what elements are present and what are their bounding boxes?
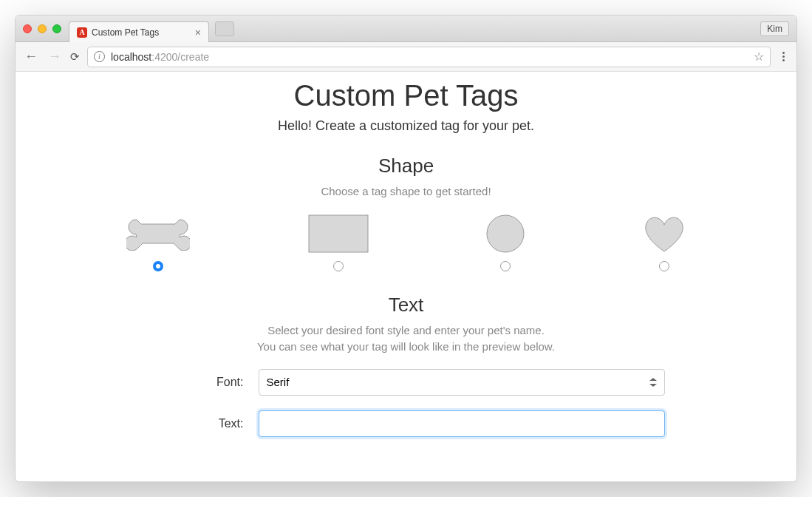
tab-strip: A Custom Pet Tags × [69,16,234,41]
page-subtitle: Hello! Create a customized tag for your … [38,118,774,134]
shape-radio-rectangle[interactable] [333,261,344,271]
pet-name-input[interactable] [259,410,665,437]
tab-title: Custom Pet Tags [92,27,159,38]
shape-options-row [67,214,745,271]
window-controls [23,24,61,33]
text-heading: Text [38,294,774,317]
shape-radio-circle[interactable] [500,261,511,271]
font-label: Font: [148,376,259,389]
minimize-window-button[interactable] [38,24,47,33]
forward-button[interactable]: → [47,49,63,64]
reload-button[interactable]: ⟳ [70,50,80,64]
shape-heading: Shape [38,155,774,177]
shape-option-bone [126,214,190,271]
bone-icon [126,217,190,251]
heart-icon [643,214,686,253]
page-title: Custom Pet Tags [38,79,774,112]
text-label: Text: [148,417,259,430]
bookmark-star-icon[interactable]: ☆ [754,50,764,64]
profile-badge[interactable]: Kim [760,21,789,36]
close-window-button[interactable] [23,24,32,33]
maximize-window-button[interactable] [52,24,61,33]
browser-window: A Custom Pet Tags × Kim ← → ⟳ i localhos… [15,15,797,482]
new-tab-button[interactable] [215,21,234,36]
text-form: Font: Serif Text: [148,369,665,437]
browser-tab[interactable]: A Custom Pet Tags × [69,21,209,42]
address-toolbar: ← → ⟳ i localhost:4200/create ☆ [16,42,796,72]
rectangle-icon [308,214,369,253]
font-select[interactable]: Serif [259,369,665,396]
page-content: Custom Pet Tags Hello! Create a customiz… [16,72,796,481]
shape-option-circle [486,214,525,271]
shape-option-heart [643,214,686,271]
angular-favicon: A [77,27,87,38]
close-tab-button[interactable]: × [195,27,201,38]
back-button[interactable]: ← [23,49,39,64]
shape-radio-heart[interactable] [659,261,669,271]
url-text: localhost:4200/create [111,51,209,63]
browser-menu-button[interactable] [778,52,789,61]
shape-hint: Choose a tag shape to get started! [38,183,774,200]
svg-point-1 [487,215,524,252]
text-hint: Select your desired font style and enter… [38,322,774,356]
shape-option-rectangle [308,214,369,271]
circle-icon [486,214,525,253]
titlebar: A Custom Pet Tags × Kim [16,16,796,42]
shape-radio-bone[interactable] [153,261,163,271]
address-bar[interactable]: i localhost:4200/create ☆ [87,47,771,67]
site-info-icon[interactable]: i [94,51,105,62]
svg-rect-0 [309,215,368,252]
